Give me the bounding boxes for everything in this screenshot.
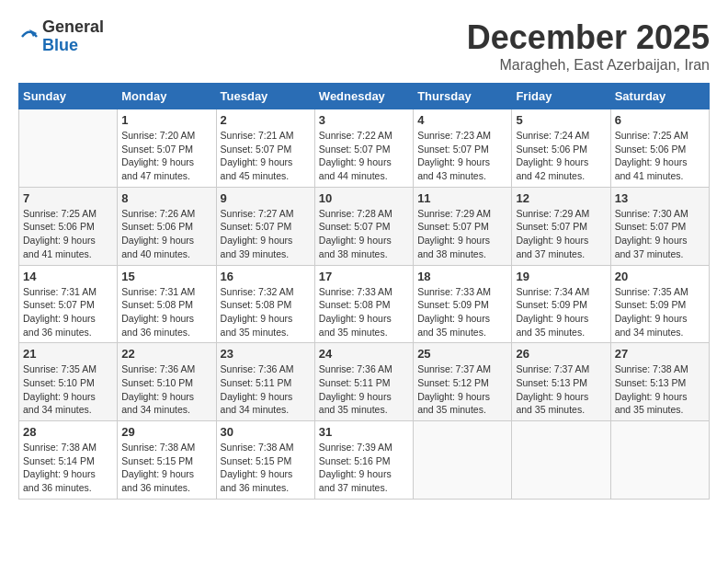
day-info: Sunrise: 7:39 AMSunset: 5:16 PMDaylight:… bbox=[319, 441, 409, 495]
calendar-cell: 25Sunrise: 7:37 AMSunset: 5:12 PMDayligh… bbox=[414, 343, 512, 421]
calendar-cell bbox=[19, 109, 118, 188]
calendar-cell: 28Sunrise: 7:38 AMSunset: 5:14 PMDayligh… bbox=[19, 421, 118, 500]
day-number: 26 bbox=[516, 347, 606, 361]
calendar-cell: 27Sunrise: 7:38 AMSunset: 5:13 PMDayligh… bbox=[610, 343, 709, 421]
day-info: Sunrise: 7:33 AMSunset: 5:09 PMDaylight:… bbox=[417, 285, 507, 339]
day-header-wednesday: Wednesday bbox=[314, 84, 413, 109]
day-info: Sunrise: 7:30 AMSunset: 5:07 PMDaylight:… bbox=[615, 207, 705, 261]
day-info: Sunrise: 7:31 AMSunset: 5:08 PMDaylight:… bbox=[121, 285, 211, 339]
calendar-cell: 23Sunrise: 7:36 AMSunset: 5:11 PMDayligh… bbox=[216, 343, 314, 421]
day-info: Sunrise: 7:20 AMSunset: 5:07 PMDaylight:… bbox=[121, 129, 211, 183]
day-number: 27 bbox=[615, 347, 705, 361]
calendar-cell: 1Sunrise: 7:20 AMSunset: 5:07 PMDaylight… bbox=[118, 109, 216, 188]
day-number: 4 bbox=[417, 113, 507, 127]
day-number: 13 bbox=[615, 191, 705, 205]
day-number: 29 bbox=[121, 425, 211, 439]
day-number: 24 bbox=[319, 347, 409, 361]
calendar-week-row: 7Sunrise: 7:25 AMSunset: 5:06 PMDaylight… bbox=[19, 187, 710, 265]
logo-text: General Blue bbox=[42, 18, 104, 55]
calendar-cell: 14Sunrise: 7:31 AMSunset: 5:07 PMDayligh… bbox=[19, 265, 118, 343]
day-header-saturday: Saturday bbox=[610, 84, 709, 109]
calendar-cell: 11Sunrise: 7:29 AMSunset: 5:07 PMDayligh… bbox=[414, 187, 512, 265]
day-number: 20 bbox=[615, 270, 705, 283]
calendar-cell: 31Sunrise: 7:39 AMSunset: 5:16 PMDayligh… bbox=[314, 421, 413, 500]
calendar-week-row: 14Sunrise: 7:31 AMSunset: 5:07 PMDayligh… bbox=[19, 265, 710, 343]
day-number: 8 bbox=[121, 191, 211, 205]
calendar-cell bbox=[414, 421, 512, 500]
day-info: Sunrise: 7:36 AMSunset: 5:11 PMDaylight:… bbox=[319, 362, 409, 417]
calendar-cell: 24Sunrise: 7:36 AMSunset: 5:11 PMDayligh… bbox=[314, 343, 413, 421]
day-info: Sunrise: 7:26 AMSunset: 5:06 PMDaylight:… bbox=[121, 207, 211, 261]
day-info: Sunrise: 7:38 AMSunset: 5:14 PMDaylight:… bbox=[23, 441, 113, 495]
calendar-cell: 12Sunrise: 7:29 AMSunset: 5:07 PMDayligh… bbox=[512, 187, 610, 265]
day-info: Sunrise: 7:22 AMSunset: 5:07 PMDaylight:… bbox=[319, 129, 409, 183]
day-info: Sunrise: 7:34 AMSunset: 5:09 PMDaylight:… bbox=[516, 285, 606, 339]
day-info: Sunrise: 7:37 AMSunset: 5:13 PMDaylight:… bbox=[516, 362, 606, 417]
location-subtitle: Maragheh, East Azerbaijan, Iran bbox=[467, 57, 710, 74]
day-number: 2 bbox=[221, 113, 311, 127]
calendar-cell: 19Sunrise: 7:34 AMSunset: 5:09 PMDayligh… bbox=[512, 265, 610, 343]
day-info: Sunrise: 7:38 AMSunset: 5:13 PMDaylight:… bbox=[615, 362, 705, 417]
calendar-cell: 18Sunrise: 7:33 AMSunset: 5:09 PMDayligh… bbox=[414, 265, 512, 343]
day-number: 16 bbox=[221, 270, 311, 283]
calendar-cell: 16Sunrise: 7:32 AMSunset: 5:08 PMDayligh… bbox=[216, 265, 314, 343]
calendar-cell: 22Sunrise: 7:36 AMSunset: 5:10 PMDayligh… bbox=[118, 343, 216, 421]
day-info: Sunrise: 7:37 AMSunset: 5:12 PMDaylight:… bbox=[417, 362, 507, 417]
calendar-cell: 29Sunrise: 7:38 AMSunset: 5:15 PMDayligh… bbox=[118, 421, 216, 500]
page-header: General Blue December 2025 Maragheh, Eas… bbox=[18, 18, 710, 74]
calendar-cell: 5Sunrise: 7:24 AMSunset: 5:06 PMDaylight… bbox=[512, 109, 610, 188]
day-info: Sunrise: 7:35 AMSunset: 5:10 PMDaylight:… bbox=[23, 362, 113, 417]
day-info: Sunrise: 7:38 AMSunset: 5:15 PMDaylight:… bbox=[221, 441, 311, 495]
day-info: Sunrise: 7:36 AMSunset: 5:10 PMDaylight:… bbox=[121, 362, 211, 417]
day-header-friday: Friday bbox=[512, 84, 610, 109]
calendar-cell: 26Sunrise: 7:37 AMSunset: 5:13 PMDayligh… bbox=[512, 343, 610, 421]
day-header-sunday: Sunday bbox=[19, 84, 118, 109]
day-info: Sunrise: 7:25 AMSunset: 5:06 PMDaylight:… bbox=[23, 207, 113, 261]
day-number: 30 bbox=[221, 425, 311, 439]
calendar-cell: 6Sunrise: 7:25 AMSunset: 5:06 PMDaylight… bbox=[610, 109, 709, 188]
calendar-cell: 9Sunrise: 7:27 AMSunset: 5:07 PMDaylight… bbox=[216, 187, 314, 265]
day-info: Sunrise: 7:28 AMSunset: 5:07 PMDaylight:… bbox=[319, 207, 409, 261]
calendar-cell: 8Sunrise: 7:26 AMSunset: 5:06 PMDaylight… bbox=[118, 187, 216, 265]
calendar-cell bbox=[512, 421, 610, 500]
day-number: 15 bbox=[121, 270, 211, 283]
calendar-cell: 3Sunrise: 7:22 AMSunset: 5:07 PMDaylight… bbox=[314, 109, 413, 188]
day-number: 25 bbox=[417, 347, 507, 361]
day-number: 28 bbox=[23, 425, 113, 439]
day-info: Sunrise: 7:25 AMSunset: 5:06 PMDaylight:… bbox=[615, 129, 705, 183]
day-info: Sunrise: 7:29 AMSunset: 5:07 PMDaylight:… bbox=[417, 207, 507, 261]
day-number: 19 bbox=[516, 270, 606, 283]
logo-general-text: General bbox=[42, 18, 104, 37]
day-number: 17 bbox=[319, 270, 409, 283]
day-number: 23 bbox=[221, 347, 311, 361]
day-info: Sunrise: 7:24 AMSunset: 5:06 PMDaylight:… bbox=[516, 129, 606, 183]
calendar-cell: 21Sunrise: 7:35 AMSunset: 5:10 PMDayligh… bbox=[19, 343, 118, 421]
day-number: 3 bbox=[319, 113, 409, 127]
day-number: 5 bbox=[516, 113, 606, 127]
month-title: December 2025 bbox=[467, 18, 710, 57]
day-number: 18 bbox=[417, 270, 507, 283]
day-info: Sunrise: 7:29 AMSunset: 5:07 PMDaylight:… bbox=[516, 207, 606, 261]
calendar-cell: 10Sunrise: 7:28 AMSunset: 5:07 PMDayligh… bbox=[314, 187, 413, 265]
day-info: Sunrise: 7:32 AMSunset: 5:08 PMDaylight:… bbox=[221, 285, 311, 339]
calendar-week-row: 1Sunrise: 7:20 AMSunset: 5:07 PMDaylight… bbox=[19, 109, 710, 188]
calendar-table: SundayMondayTuesdayWednesdayThursdayFrid… bbox=[18, 83, 710, 500]
calendar-cell: 30Sunrise: 7:38 AMSunset: 5:15 PMDayligh… bbox=[216, 421, 314, 500]
day-number: 10 bbox=[319, 191, 409, 205]
day-number: 6 bbox=[615, 113, 705, 127]
day-info: Sunrise: 7:35 AMSunset: 5:09 PMDaylight:… bbox=[615, 285, 705, 339]
day-number: 9 bbox=[221, 191, 311, 205]
calendar-header-row: SundayMondayTuesdayWednesdayThursdayFrid… bbox=[19, 84, 710, 109]
day-number: 7 bbox=[23, 191, 113, 205]
calendar-week-row: 21Sunrise: 7:35 AMSunset: 5:10 PMDayligh… bbox=[19, 343, 710, 421]
day-number: 14 bbox=[23, 270, 113, 283]
calendar-cell: 2Sunrise: 7:21 AMSunset: 5:07 PMDaylight… bbox=[216, 109, 314, 188]
day-number: 31 bbox=[319, 425, 409, 439]
day-number: 1 bbox=[121, 113, 211, 127]
calendar-cell: 15Sunrise: 7:31 AMSunset: 5:08 PMDayligh… bbox=[118, 265, 216, 343]
logo: General Blue bbox=[18, 18, 104, 55]
day-header-tuesday: Tuesday bbox=[216, 84, 314, 109]
calendar-cell: 13Sunrise: 7:30 AMSunset: 5:07 PMDayligh… bbox=[610, 187, 709, 265]
day-number: 21 bbox=[23, 347, 113, 361]
day-info: Sunrise: 7:36 AMSunset: 5:11 PMDaylight:… bbox=[221, 362, 311, 417]
